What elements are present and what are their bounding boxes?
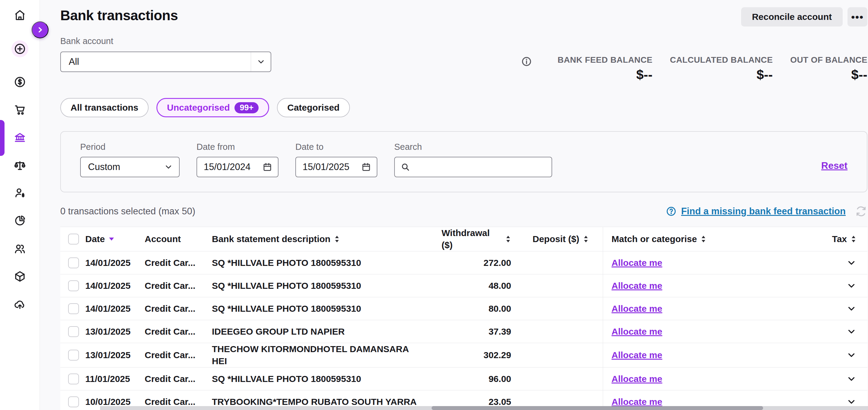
home-icon[interactable] bbox=[11, 7, 28, 24]
table-row[interactable]: 11/01/2025 Credit Car... SQ *HILLVALE PH… bbox=[60, 368, 867, 390]
active-nav-indicator bbox=[0, 120, 4, 156]
column-header-tax-label: Tax bbox=[832, 233, 847, 245]
transaction-withdrawal: 37.39 bbox=[441, 326, 521, 338]
column-header-account[interactable]: Account bbox=[145, 233, 210, 245]
calculated-balance: CALCULATED BALANCE $-- bbox=[670, 55, 773, 82]
allocate-me-link[interactable]: Allocate me bbox=[612, 257, 662, 269]
row-expand-chevron-icon[interactable] bbox=[846, 397, 857, 407]
allocate-me-link[interactable]: Allocate me bbox=[612, 349, 662, 361]
table-row[interactable]: 14/01/2025 Credit Car... SQ *HILLVALE PH… bbox=[60, 252, 867, 274]
transaction-description: THECHOW KITORMONDHOTEL DAMANSARA HEI bbox=[212, 343, 409, 367]
row-expand-chevron-icon[interactable] bbox=[846, 258, 857, 268]
row-expand-chevron-icon[interactable] bbox=[846, 326, 857, 337]
chevron-down-icon bbox=[164, 163, 173, 172]
tab-uncategorised[interactable]: Uncategorised 99+ bbox=[156, 98, 269, 117]
upload-cloud-icon[interactable] bbox=[11, 296, 28, 313]
accounting-scales-icon[interactable] bbox=[11, 157, 28, 174]
row-checkbox[interactable] bbox=[68, 374, 79, 384]
bank-account-select[interactable]: All bbox=[60, 52, 271, 72]
table-row[interactable]: 14/01/2025 Credit Car... SQ *HILLVALE PH… bbox=[60, 274, 867, 297]
table-row[interactable]: 13/01/2025 Credit Car... IDEEGEO GROUP L… bbox=[60, 320, 867, 343]
reconcile-account-button[interactable]: Reconcile account bbox=[741, 7, 843, 27]
scrollbar-thumb[interactable] bbox=[432, 406, 763, 410]
transaction-withdrawal: 272.00 bbox=[441, 257, 521, 269]
date-to-input[interactable]: 15/01/2025 bbox=[296, 157, 377, 177]
reports-pie-icon[interactable] bbox=[11, 212, 28, 229]
transaction-date: 14/01/2025 bbox=[82, 257, 145, 269]
more-options-button[interactable]: ••• bbox=[847, 7, 867, 27]
row-expand-chevron-icon[interactable] bbox=[846, 303, 857, 314]
page-title: Bank transactions bbox=[60, 7, 178, 24]
reset-filters-link[interactable]: Reset bbox=[821, 160, 847, 171]
banking-bank-icon[interactable] bbox=[11, 129, 28, 146]
allocate-me-link[interactable]: Allocate me bbox=[612, 280, 662, 292]
payroll-person-dollar-icon[interactable] bbox=[11, 184, 28, 201]
bank-feed-balance-value: $-- bbox=[636, 67, 652, 82]
transaction-description: SQ *HILLVALE PHOTO 1800595310 bbox=[212, 373, 361, 385]
sidebar-expand-button[interactable] bbox=[32, 21, 49, 38]
column-header-tax[interactable]: Tax bbox=[823, 233, 867, 245]
transaction-date: 13/01/2025 bbox=[82, 349, 145, 361]
column-header-deposit[interactable]: Deposit ($) bbox=[521, 233, 603, 245]
column-header-account-label: Account bbox=[145, 233, 181, 245]
tab-categorised[interactable]: Categorised bbox=[277, 98, 350, 117]
date-to-label: Date to bbox=[296, 142, 377, 152]
row-checkbox[interactable] bbox=[68, 281, 79, 291]
column-header-match[interactable]: Match or categorise bbox=[603, 227, 823, 251]
column-header-description[interactable]: Bank statement description bbox=[210, 233, 441, 245]
column-header-withdrawal[interactable]: Withdrawal ($) bbox=[441, 227, 521, 251]
info-icon[interactable] bbox=[521, 56, 532, 68]
sort-desc-icon bbox=[108, 237, 115, 241]
calendar-icon[interactable] bbox=[262, 162, 273, 172]
transaction-account: Credit Car... bbox=[145, 326, 210, 338]
transaction-account: Credit Car... bbox=[145, 373, 210, 385]
search-input[interactable] bbox=[415, 162, 546, 172]
date-to-filter: Date to 15/01/2025 bbox=[296, 142, 377, 177]
find-missing-transaction-link[interactable]: Find a missing bank feed transaction bbox=[665, 206, 846, 217]
allocate-me-link[interactable]: Allocate me bbox=[612, 303, 662, 315]
chevron-down-icon[interactable] bbox=[251, 52, 271, 71]
allocate-me-link[interactable]: Allocate me bbox=[612, 326, 662, 338]
table-row[interactable]: 14/01/2025 Credit Car... SQ *HILLVALE PH… bbox=[60, 297, 867, 320]
search-box[interactable] bbox=[394, 157, 552, 177]
bank-feed-balance: BANK FEED BALANCE $-- bbox=[558, 55, 652, 82]
page-header: Bank transactions Reconcile account ••• bbox=[60, 7, 867, 27]
date-from-input[interactable]: 15/01/2024 bbox=[196, 157, 278, 177]
row-checkbox[interactable] bbox=[68, 397, 79, 407]
selection-summary-row: 0 transactions selected (max 50) Find a … bbox=[60, 205, 867, 218]
select-all-checkbox[interactable] bbox=[68, 234, 79, 244]
row-checkbox[interactable] bbox=[68, 303, 79, 314]
tab-all-transactions[interactable]: All transactions bbox=[60, 98, 149, 117]
header-actions: Reconcile account ••• bbox=[741, 7, 867, 27]
balances-summary: BANK FEED BALANCE $-- CALCULATED BALANCE… bbox=[521, 52, 867, 82]
period-select[interactable]: Custom bbox=[80, 157, 180, 177]
contacts-people-icon[interactable] bbox=[11, 240, 28, 257]
uncategorised-count-badge: 99+ bbox=[235, 102, 258, 113]
bank-account-label: Bank account bbox=[60, 36, 867, 46]
row-expand-chevron-icon[interactable] bbox=[846, 374, 857, 384]
create-plus-icon[interactable] bbox=[11, 40, 28, 57]
transaction-withdrawal: 96.00 bbox=[441, 373, 521, 385]
calculated-balance-value: $-- bbox=[756, 67, 773, 82]
refresh-icon[interactable] bbox=[855, 205, 867, 218]
row-checkbox[interactable] bbox=[68, 258, 79, 268]
bank-transactions-page: Bank transactions Reconcile account ••• … bbox=[0, 0, 868, 410]
purchases-cart-icon[interactable] bbox=[11, 101, 28, 118]
inventory-box-icon[interactable] bbox=[11, 268, 28, 285]
row-checkbox[interactable] bbox=[68, 350, 79, 360]
table-row[interactable]: 13/01/2025 Credit Car... THECHOW KITORMO… bbox=[60, 343, 867, 368]
selected-count-text: 0 transactions selected (max 50) bbox=[60, 206, 195, 217]
row-expand-chevron-icon[interactable] bbox=[846, 281, 857, 291]
search-icon bbox=[400, 162, 410, 172]
calendar-icon[interactable] bbox=[361, 162, 371, 172]
period-filter: Period Custom bbox=[80, 142, 180, 177]
column-header-date[interactable]: Date bbox=[82, 233, 145, 245]
sales-dollar-icon[interactable] bbox=[11, 74, 28, 90]
row-expand-chevron-icon[interactable] bbox=[846, 350, 857, 360]
row-checkbox[interactable] bbox=[68, 326, 79, 337]
transaction-withdrawal: 48.00 bbox=[441, 280, 521, 292]
date-to-value: 15/01/2025 bbox=[303, 162, 361, 172]
allocate-me-link[interactable]: Allocate me bbox=[612, 373, 662, 385]
horizontal-scrollbar[interactable] bbox=[100, 406, 868, 410]
column-header-withdrawal-label: Withdrawal ($) bbox=[441, 227, 501, 251]
